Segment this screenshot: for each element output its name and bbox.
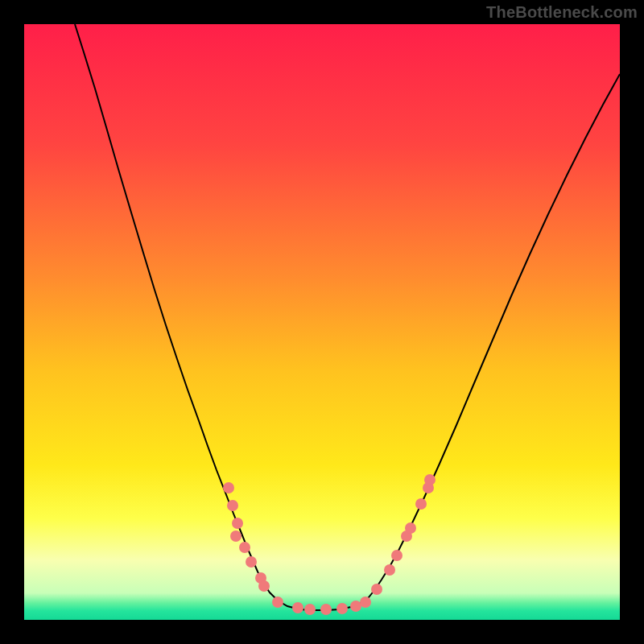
source-watermark: TheBottleneck.com bbox=[486, 3, 638, 22]
data-marker bbox=[227, 500, 238, 511]
data-marker bbox=[320, 604, 332, 615]
data-marker bbox=[258, 580, 270, 592]
data-marker bbox=[336, 603, 348, 614]
data-marker bbox=[360, 597, 371, 608]
data-marker bbox=[292, 602, 303, 613]
data-marker bbox=[350, 601, 361, 612]
data-marker bbox=[246, 556, 257, 568]
data-marker bbox=[405, 522, 416, 534]
data-marker bbox=[371, 584, 382, 595]
data-marker bbox=[223, 482, 234, 493]
plot-area bbox=[24, 24, 620, 620]
data-marker bbox=[415, 498, 427, 510]
data-marker bbox=[391, 550, 402, 561]
data-marker bbox=[272, 597, 283, 608]
data-marker bbox=[232, 518, 243, 529]
chart-svg bbox=[24, 24, 620, 620]
data-marker bbox=[304, 604, 316, 615]
data-marker bbox=[384, 564, 395, 576]
data-marker bbox=[424, 474, 436, 485]
data-marker bbox=[239, 542, 250, 553]
chart-frame: TheBottleneck.com bbox=[0, 0, 644, 644]
data-marker bbox=[230, 530, 242, 542]
gradient-background bbox=[24, 24, 620, 620]
